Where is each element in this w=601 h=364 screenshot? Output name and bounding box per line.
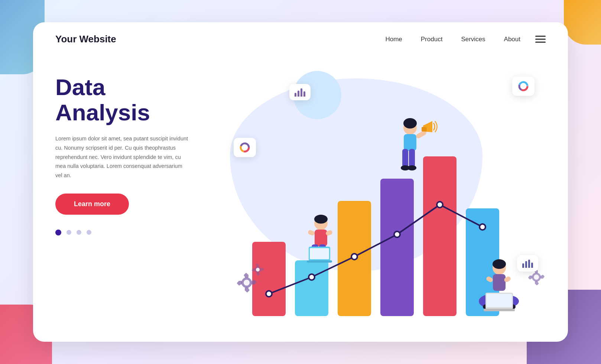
mini-bar-chart-1 [295, 88, 305, 97]
hamburger-line-2 [535, 39, 546, 40]
svg-rect-62 [493, 274, 506, 291]
slide-dots [55, 230, 211, 235]
navbar: Your Website Home Product Services About [33, 22, 568, 56]
corner-decoration-tr [564, 0, 601, 45]
hero-description: Lorem ipsum dolor sit amet, sea putant s… [55, 134, 189, 180]
bar-3 [338, 201, 371, 316]
dot-3[interactable] [77, 230, 81, 235]
hero-section: Data Analysis Lorem ipsum dolor sit amet… [33, 56, 568, 338]
svg-point-56 [407, 165, 416, 170]
svg-point-3 [521, 84, 526, 88]
person-3-laptop [475, 259, 523, 318]
mini-bar-chart-2 [522, 259, 533, 268]
mini-bar-4 [303, 91, 305, 97]
svg-rect-54 [409, 149, 415, 168]
float-card-donut [512, 77, 535, 96]
svg-point-29 [534, 274, 539, 280]
svg-rect-70 [485, 276, 494, 283]
person-2-megaphone [390, 117, 438, 192]
nav-links: Home Product Services About [385, 36, 520, 43]
float-card-donut-2 [234, 138, 256, 157]
bar-4 [380, 179, 414, 316]
svg-rect-59 [422, 127, 427, 131]
svg-point-7 [243, 145, 247, 150]
mini-bar-1 [295, 93, 296, 97]
mini-bar-br-3 [528, 260, 530, 268]
mini-bar-br-2 [525, 261, 527, 268]
dot-4[interactable] [87, 230, 91, 235]
hamburger-line-1 [535, 36, 546, 37]
mini-bar-2 [298, 91, 299, 97]
svg-rect-69 [484, 309, 515, 311]
nav-home[interactable]: Home [385, 36, 402, 43]
svg-point-39 [314, 215, 328, 224]
mini-bar-br-1 [522, 263, 524, 268]
person-1-laptop [300, 214, 341, 281]
svg-rect-53 [402, 149, 408, 168]
svg-rect-45 [308, 230, 315, 236]
svg-point-61 [493, 259, 506, 269]
svg-rect-48 [310, 248, 329, 259]
float-card-bar-1 [289, 84, 311, 100]
svg-point-51 [403, 118, 417, 129]
donut-chart-icon [517, 80, 529, 92]
gear-icon-small-left [248, 260, 267, 279]
donut-chart-icon-2 [239, 142, 251, 153]
float-card-bar-2 [517, 255, 538, 272]
mini-bar-br-4 [531, 263, 533, 268]
dot-2[interactable] [66, 230, 71, 235]
hero-title-line1: Data [55, 74, 105, 100]
mini-bar-3 [300, 88, 302, 97]
svg-rect-40 [315, 230, 327, 246]
hero-left: Data Analysis Lorem ipsum dolor sit amet… [55, 64, 211, 235]
nav-services[interactable]: Services [461, 36, 485, 43]
main-card: Your Website Home Product Services About… [33, 22, 568, 342]
nav-product[interactable]: Product [421, 36, 443, 43]
svg-rect-68 [487, 294, 512, 307]
hamburger-menu[interactable] [535, 36, 546, 43]
svg-point-9 [244, 280, 250, 286]
nav-about[interactable]: About [504, 36, 520, 43]
hero-right [211, 64, 546, 338]
hamburger-line-3 [535, 42, 546, 43]
learn-more-button[interactable]: Learn more [55, 194, 129, 215]
logo: Your Website [55, 33, 116, 45]
svg-rect-52 [404, 134, 416, 151]
dot-1[interactable] [55, 230, 61, 235]
svg-point-19 [256, 268, 260, 272]
svg-rect-49 [307, 260, 332, 263]
hero-title: Data Analysis [55, 75, 211, 125]
hero-title-line2: Analysis [55, 100, 150, 125]
